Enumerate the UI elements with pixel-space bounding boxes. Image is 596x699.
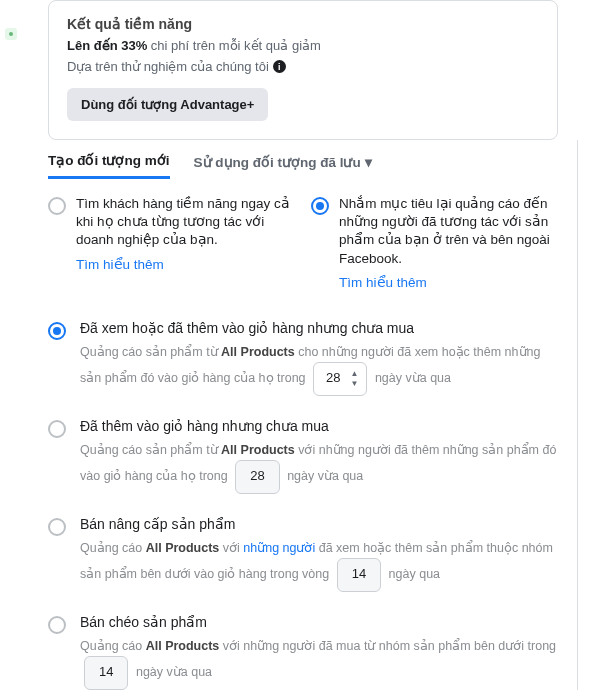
advantage-card: Kết quả tiềm năng Lên đến 33% chi phí tr… (48, 0, 558, 140)
retarget-option: Bán chéo sản phẩmQuảng cáo All Products … (48, 614, 558, 690)
learn-more-link[interactable]: Tìm hiểu thêm (76, 256, 295, 272)
retarget-options: Đã xem hoặc đã thêm vào giỏ hàng nhưng c… (48, 320, 558, 690)
use-advantage-button[interactable]: Dùng đối tượng Advantage+ (67, 88, 268, 121)
border (577, 140, 578, 690)
tab-new-audience[interactable]: Tạo đối tượng mới (48, 152, 170, 179)
days-input[interactable]: 14 (337, 558, 381, 592)
tab-saved-audience[interactable]: Sử dụng đối tượng đã lưu ▾ (194, 152, 372, 179)
learn-more-link[interactable]: Tìm hiểu thêm (339, 274, 558, 290)
opt-desc: Quảng cáo sản phẩm từ All Products với n… (80, 440, 558, 494)
radio-opt-2[interactable] (48, 518, 66, 536)
days-input[interactable]: 28 (235, 460, 279, 494)
opt-desc: Quảng cáo sản phẩm từ All Products cho n… (80, 342, 558, 396)
step-down[interactable]: ▼ (348, 379, 360, 389)
side-indicator (5, 28, 17, 40)
retarget-option: Đã thêm vào giỏ hàng nhưng chưa muaQuảng… (48, 418, 558, 494)
tabs: Tạo đối tượng mới Sử dụng đối tượng đã l… (48, 152, 558, 179)
radio-opt-0[interactable] (48, 322, 66, 340)
radio-new-customers[interactable] (48, 197, 66, 215)
step-up[interactable]: ▲ (348, 369, 360, 379)
retarget-option: Bán nâng cấp sản phẩmQuảng cáo All Produ… (48, 516, 558, 592)
radio-retarget[interactable] (311, 197, 329, 215)
opt-title: Đã thêm vào giỏ hàng nhưng chưa mua (80, 418, 558, 434)
info-icon[interactable]: i (273, 60, 286, 73)
card-line2: Dựa trên thử nghiệm của chúng tôii (67, 59, 539, 74)
opt-title: Đã xem hoặc đã thêm vào giỏ hàng nhưng c… (80, 320, 558, 336)
opt-desc: Quảng cáo All Products với những người đ… (80, 636, 558, 690)
days-input[interactable]: 28▲▼ (313, 362, 367, 396)
radio-opt-1[interactable] (48, 420, 66, 438)
radio-retarget-text: Nhắm mục tiêu lại quảng cáo đến những ng… (339, 195, 558, 268)
radio-new-text: Tìm khách hàng tiềm năng ngay cả khi họ … (76, 195, 295, 250)
opt-desc: Quảng cáo All Products với những người đ… (80, 538, 558, 592)
opt-title: Bán nâng cấp sản phẩm (80, 516, 558, 532)
opt-title: Bán chéo sản phẩm (80, 614, 558, 630)
targeting-type: Tìm khách hàng tiềm năng ngay cả khi họ … (48, 195, 558, 290)
retarget-option: Đã xem hoặc đã thêm vào giỏ hàng nhưng c… (48, 320, 558, 396)
days-input[interactable]: 14 (84, 656, 128, 690)
chevron-down-icon: ▾ (365, 154, 372, 170)
card-title: Kết quả tiềm năng (67, 16, 539, 32)
card-line1: Lên đến 33% chi phí trên mỗi kết quả giả… (67, 38, 539, 53)
radio-opt-3[interactable] (48, 616, 66, 634)
